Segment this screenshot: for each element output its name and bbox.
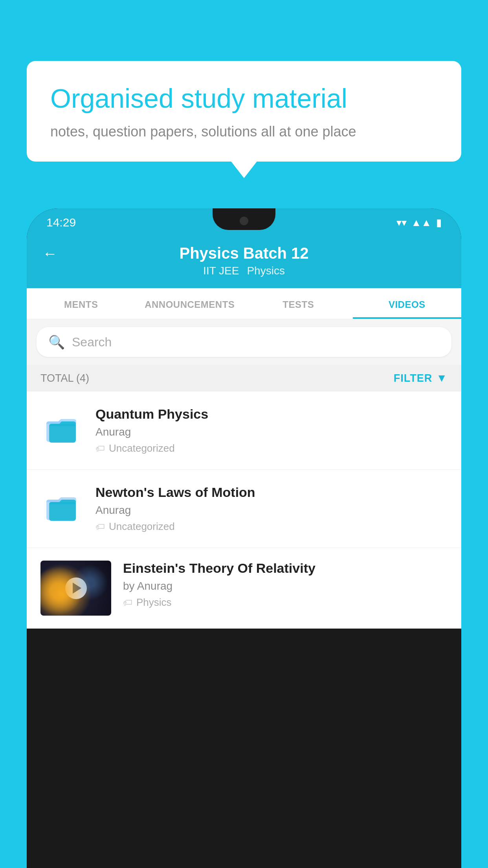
filter-bar: TOTAL (4) FILTER ▼ [27, 365, 461, 392]
status-time: 14:29 [46, 216, 76, 229]
play-triangle-icon [73, 583, 81, 594]
video-thumbnail-3 [40, 561, 111, 616]
tab-videos[interactable]: VIDEOS [353, 288, 462, 319]
content-area: 🔍 Search TOTAL (4) FILTER ▼ [27, 319, 461, 629]
back-button[interactable]: ← [42, 245, 57, 262]
camera [240, 217, 248, 225]
subtitle-iitjee: IIT JEE [203, 265, 239, 277]
tab-ments[interactable]: MENTS [27, 288, 136, 319]
tabs-bar: MENTS ANNOUNCEMENTS TESTS VIDEOS [27, 288, 461, 319]
video-title-3: Einstein's Theory Of Relativity [123, 561, 448, 576]
signal-icon: ▲▲ [411, 217, 431, 229]
tab-tests[interactable]: TESTS [244, 288, 353, 319]
phone-frame: 14:29 ▾▾ ▲▲ ▮ ← Physics Batch 12 IIT JEE… [27, 208, 461, 868]
speech-bubble-card: Organised study material notes, question… [27, 61, 461, 162]
app-title: Physics Batch 12 [179, 245, 308, 262]
search-icon: 🔍 [48, 334, 65, 350]
video-item-2[interactable]: Newton's Laws of Motion Anurag 🏷 Uncateg… [27, 470, 461, 548]
video-author-1: Anurag [95, 426, 448, 438]
search-bar-container: 🔍 Search [27, 319, 461, 365]
app-header: ← Physics Batch 12 IIT JEE Physics [27, 237, 461, 288]
video-tag-2: 🏷 Uncategorized [95, 520, 448, 533]
video-thumb-1 [40, 406, 84, 450]
video-info-1: Quantum Physics Anurag 🏷 Uncategorized [95, 406, 448, 454]
tag-icon-2: 🏷 [95, 521, 105, 532]
video-tag-3: 🏷 Physics [123, 596, 448, 609]
notch [213, 208, 275, 230]
video-author-3: by Anurag [123, 580, 448, 592]
tab-announcements[interactable]: ANNOUNCEMENTS [136, 288, 244, 319]
video-info-3: Einstein's Theory Of Relativity by Anura… [123, 561, 448, 609]
folder-icon-2 [44, 489, 80, 524]
filter-button[interactable]: FILTER ▼ [394, 372, 448, 384]
folder-icon-1 [44, 410, 80, 446]
video-list: Quantum Physics Anurag 🏷 Uncategorized [27, 392, 461, 629]
status-icons: ▾▾ ▲▲ ▮ [396, 217, 442, 229]
search-input[interactable]: Search [72, 335, 112, 349]
video-tag-1: 🏷 Uncategorized [95, 442, 448, 454]
svg-rect-1 [49, 424, 76, 443]
svg-rect-3 [49, 502, 76, 521]
speech-bubble-section: Organised study material notes, question… [27, 61, 461, 162]
filter-funnel-icon: ▼ [436, 372, 448, 384]
wifi-icon: ▾▾ [396, 217, 407, 229]
video-thumb-2 [40, 485, 84, 528]
video-author-2: Anurag [95, 504, 448, 517]
video-info-2: Newton's Laws of Motion Anurag 🏷 Uncateg… [95, 485, 448, 533]
video-item-1[interactable]: Quantum Physics Anurag 🏷 Uncategorized [27, 392, 461, 470]
video-title-2: Newton's Laws of Motion [95, 485, 448, 500]
tag-icon-1: 🏷 [95, 443, 105, 454]
video-item-3[interactable]: Einstein's Theory Of Relativity by Anura… [27, 548, 461, 629]
total-count: TOTAL (4) [40, 372, 89, 384]
status-bar: 14:29 ▾▾ ▲▲ ▮ [27, 208, 461, 237]
search-bar[interactable]: 🔍 Search [37, 327, 451, 357]
video-title-1: Quantum Physics [95, 406, 448, 422]
play-button-3[interactable] [65, 577, 87, 599]
bubble-title: Organised study material [50, 83, 438, 115]
tag-icon-3: 🏷 [123, 597, 132, 608]
battery-icon: ▮ [436, 217, 442, 229]
subtitle-physics: Physics [247, 265, 284, 277]
bubble-subtitle: notes, question papers, solutions all at… [50, 123, 438, 140]
app-subtitle: IIT JEE Physics [203, 265, 285, 277]
